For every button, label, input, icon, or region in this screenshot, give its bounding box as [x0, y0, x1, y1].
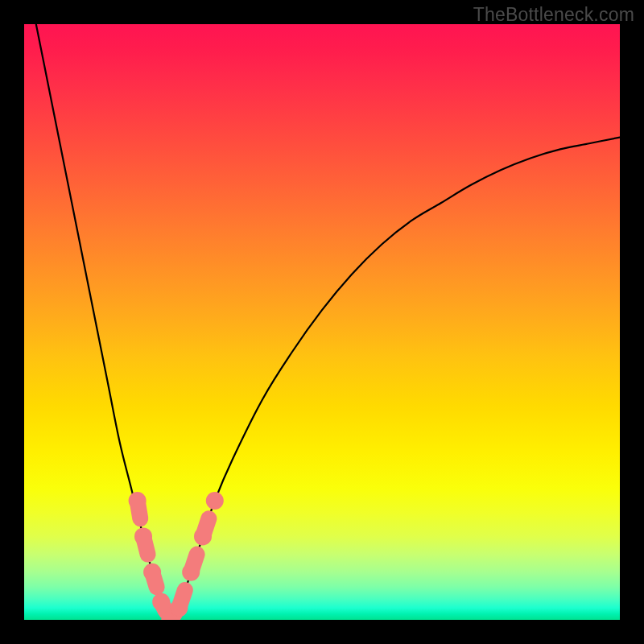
- marker-dot: [206, 492, 224, 510]
- marker-segment: [138, 501, 141, 518]
- curve-markers: [129, 492, 224, 620]
- marker-segment: [203, 518, 208, 536]
- plot-area: [24, 24, 620, 620]
- chart-frame: TheBottleneck.com: [0, 0, 644, 644]
- marker-segment: [179, 590, 184, 608]
- bottleneck-curve: [36, 24, 620, 620]
- marker-segment: [143, 536, 148, 554]
- watermark-text: TheBottleneck.com: [473, 4, 634, 26]
- curve-svg: [24, 24, 620, 620]
- marker-segment: [191, 555, 196, 572]
- marker-segment: [161, 602, 166, 611]
- marker-segment: [152, 572, 157, 588]
